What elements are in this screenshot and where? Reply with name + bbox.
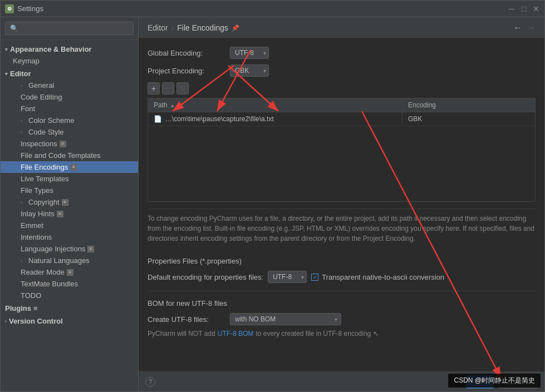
edit-button[interactable]: ✎ [176,82,189,95]
sidebar-item-label: Emmet [21,221,43,230]
sidebar-item-font[interactable]: Font [1,103,138,115]
project-encoding-label: Project Encoding: [148,67,225,75]
sidebar-item-inspections[interactable]: Inspections ≡ [1,138,138,150]
search-input[interactable] [5,22,134,35]
reader-mode-badge: ≡ [67,269,73,276]
panel-header: Editor › File Encodings 📌 ← → [139,17,544,38]
default-encoding-label: Default encoding for properties files: [148,273,263,281]
help-button[interactable]: ? [145,377,155,387]
create-utf8-label: Create UTF-8 files: [148,315,225,324]
transparent-checkbox-row: ✓ Transparent native-to-ascii conversion [311,273,444,281]
minimize-button[interactable]: ─ [508,5,515,13]
expand-arrow: › [21,83,26,88]
sidebar-item-version-control[interactable]: › Version Control [1,314,138,327]
breadcrumb-parent: Editor [148,23,168,32]
sidebar-item-copyright[interactable]: › Copyright ≡ [1,196,138,208]
sidebar-item-inlay-hints[interactable]: Inlay Hints ≡ [1,208,138,220]
add-button[interactable]: + [148,82,160,95]
close-button[interactable]: ✕ [532,5,540,13]
titlebar: ⚙ Settings ─ □ ✕ [1,1,544,17]
panel-body: Global Encoding: UTF-8 Project Encoding:… [139,38,544,371]
table-row[interactable]: 📄 …\com\time\pause\capture2\file\a.txt G… [148,112,535,126]
pycharm-anchor: ↖ [373,330,379,338]
sidebar-item-label: File Types [21,186,53,195]
sidebar-item-code-editing[interactable]: Code Editing [1,91,138,103]
remove-button[interactable]: − [162,82,174,95]
sort-arrow: ▲ [170,102,175,108]
file-encodings-badge: ≡ [70,164,77,171]
sidebar-item-todo[interactable]: TODO [1,290,138,301]
transparent-label: Transparent native-to-ascii conversion [322,273,444,281]
sidebar-item-label: Copyright [28,198,60,206]
bom-section-title: BOM for new UTF-8 files [148,299,536,307]
properties-section-title: Properties Files (*.properties) [148,257,536,265]
nav-back-arrow[interactable]: ← [513,23,522,33]
sidebar-item-code-style[interactable]: › Code Style [1,126,138,138]
sidebar-item-keymap[interactable]: Keymap [1,55,138,67]
project-encoding-dropdown[interactable]: GBK [230,64,269,77]
default-encoding-value: UTF-8 [273,273,292,281]
maximize-button[interactable]: □ [520,5,528,13]
path-cell: 📄 …\com\time\pause\capture2\file\a.txt [148,112,402,126]
table-header: Path ▲ Encoding [148,98,535,112]
encoding-toolbar: + − ✎ [148,82,536,95]
nav-forward-arrow[interactable]: → [527,23,536,33]
project-encoding-row: Project Encoding: GBK [148,64,536,77]
sidebar-item-label: Natural Languages [28,256,90,265]
expand-arrow: ▾ [5,47,8,52]
create-utf8-dropdown[interactable]: with NO BOM [230,313,341,325]
sidebar-item-label: File and Code Templates [21,151,101,160]
panel: Editor › File Encodings 📌 ← → Global Enc… [139,17,544,391]
pycharm-note1: PyCharm will NOT add [148,330,215,338]
breadcrumb-current: File Encodings [177,23,228,32]
sidebar-item-live-templates[interactable]: Live Templates [1,173,138,185]
sidebar-item-reader-mode[interactable]: Reader Mode ≡ [1,266,138,278]
main-content: ▾ Appearance & Behavior Keymap ▾ Editor … [1,17,544,391]
global-encoding-value: UTF-8 [235,49,254,57]
sidebar-item-label: Live Templates [21,175,68,183]
file-icon: 📄 [154,115,162,123]
sidebar-item-file-encodings[interactable]: File Encodings ≡ [1,161,138,173]
expand-arrow: › [5,319,7,324]
section-divider [148,291,536,291]
sidebar-item-emmet[interactable]: Emmet [1,220,138,231]
sidebar-item-appearance[interactable]: ▾ Appearance & Behavior [1,42,138,55]
sidebar-item-plugins[interactable]: Plugins ≡ [1,301,138,314]
sidebar-item-file-types[interactable]: File Types [1,185,138,196]
sidebar-item-label: File Encodings [21,163,68,171]
utf8-bom-link[interactable]: UTF-8 BOM [218,330,254,338]
transparent-checkbox[interactable]: ✓ [311,274,318,281]
sidebar-item-intentions[interactable]: Intentions [1,231,138,243]
sidebar-item-file-code-templates[interactable]: File and Code Templates [1,150,138,161]
sidebar-item-label: General [28,81,54,90]
table-body: 📄 …\com\time\pause\capture2\file\a.txt G… [148,112,535,201]
copyright-badge: ≡ [62,199,68,206]
sidebar-item-general[interactable]: › General [1,80,138,91]
global-encoding-dropdown[interactable]: UTF-8 [230,47,269,59]
sidebar-item-label: Color Scheme [28,116,74,125]
sidebar-item-label: Intentions [21,233,52,241]
sidebar-item-language-injections[interactable]: Language Injections ≡ [1,243,138,255]
pin-icon: 📌 [232,24,239,32]
expand-arrow: › [21,118,26,123]
lang-injections-badge: ≡ [87,246,94,252]
sidebar-item-color-scheme[interactable]: › Color Scheme [1,115,138,126]
sidebar-search-container [1,17,138,40]
sidebar-item-label: Version Control [9,317,63,325]
encoding-table: Path ▲ Encoding 📄 …\com\time [148,98,536,202]
default-encoding-dropdown[interactable]: UTF-8 [268,271,307,283]
create-utf8-value: with NO BOM [235,315,276,323]
sidebar-item-textmate-bundles[interactable]: TextMate Bundles [1,278,138,290]
col-path: Path ▲ [148,98,402,112]
sidebar-tree: ▾ Appearance & Behavior Keymap ▾ Editor … [1,40,138,391]
watermark: CSDN @时间静止不是简史 [448,374,541,388]
sidebar-item-label: Plugins [5,304,31,312]
sidebar-item-natural-languages[interactable]: › Natural Languages [1,255,138,266]
plugins-badge: ≡ [33,304,38,312]
sidebar-item-editor[interactable]: ▾ Editor [1,67,138,80]
sidebar-item-label: TODO [21,291,41,300]
breadcrumb: Editor › File Encodings 📌 [148,23,239,32]
sidebar: ▾ Appearance & Behavior Keymap ▾ Editor … [1,17,139,391]
expand-arrow: › [21,200,26,205]
col-encoding: Encoding [402,98,535,112]
